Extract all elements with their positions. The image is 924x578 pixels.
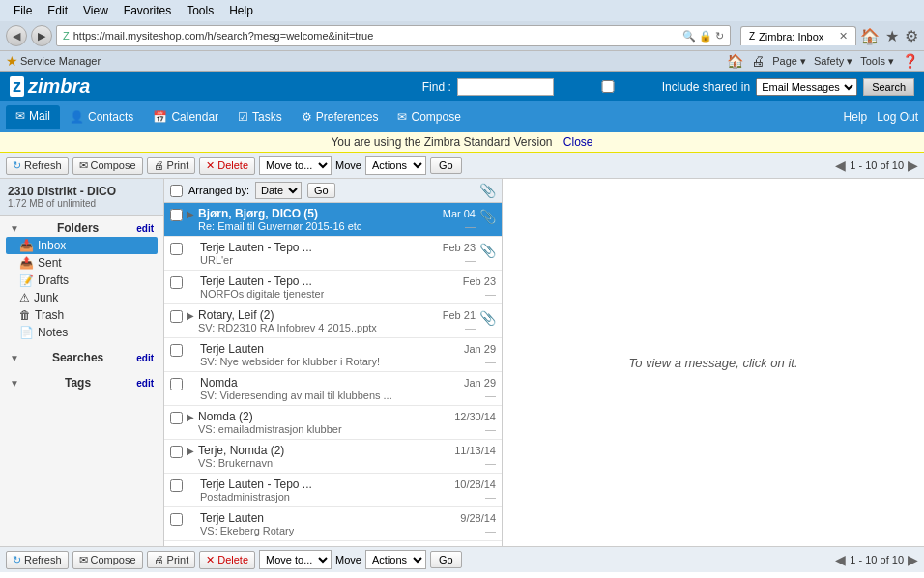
message-dash-3: — xyxy=(465,322,476,333)
browser-tab-zimbra[interactable]: Z Zimbra: Inbox ✕ xyxy=(740,26,856,45)
folders-edit-link[interactable]: edit xyxy=(136,223,154,234)
sidebar-item-sent[interactable]: 📤 Sent xyxy=(6,254,158,272)
tab-close-button[interactable]: ✕ xyxy=(839,30,848,43)
menu-tools[interactable]: Tools xyxy=(181,2,219,19)
nav-compose-label: Compose xyxy=(411,110,460,124)
folders-header[interactable]: ▼ Folders edit xyxy=(6,219,158,237)
bottom-prev-page-arrow[interactable]: ◀ xyxy=(835,552,846,567)
address-icon: Z xyxy=(63,30,70,42)
menu-view[interactable]: View xyxy=(77,2,114,19)
ie-tools-icon[interactable]: 🖨 xyxy=(751,53,765,69)
nav-logout-link[interactable]: Log Out xyxy=(877,110,918,124)
message-checkbox-1[interactable] xyxy=(170,243,183,255)
ie-toolbar-icons: 🏠 ★ ⚙ xyxy=(860,27,918,45)
browser-chrome: File Edit View Favorites Tools Help ◀ ▶ … xyxy=(0,0,924,72)
print-button[interactable]: 🖨 Print xyxy=(147,157,196,174)
message-content-1: Terje Lauten - Tepo ...Feb 23URL'er— xyxy=(200,241,476,266)
star-icon[interactable]: ★ xyxy=(885,27,899,45)
prev-page-arrow[interactable]: ◀ xyxy=(835,158,846,173)
thread-icon-3: ▶ xyxy=(187,310,194,321)
next-page-arrow[interactable]: ▶ xyxy=(908,158,918,173)
message-row-5[interactable]: NomdaJan 29SV: Videresending av mail til… xyxy=(164,372,502,406)
menu-file[interactable]: File xyxy=(8,2,38,19)
moveto-select[interactable]: Move to... xyxy=(259,156,332,175)
go-button[interactable]: Go xyxy=(430,157,462,174)
bottom-next-page-arrow[interactable]: ▶ xyxy=(908,552,918,567)
bottom-go-button[interactable]: Go xyxy=(430,551,462,568)
message-row-2[interactable]: Terje Lauten - Tepo ...Feb 23NORFOs digi… xyxy=(164,271,502,304)
preferences-icon: ⚙ xyxy=(302,110,312,124)
tools-btn[interactable]: Tools ▾ xyxy=(860,55,894,68)
attach-icon-1: 📎 xyxy=(479,243,496,258)
include-shared-checkbox[interactable] xyxy=(560,80,656,93)
message-row-1[interactable]: Terje Lauten - Tepo ...Feb 23URL'er—📎 xyxy=(164,237,502,271)
search-button[interactable]: Search xyxy=(863,78,914,96)
message-checkbox-2[interactable] xyxy=(170,276,183,289)
tags-header[interactable]: ▼ Tags edit xyxy=(6,374,158,391)
sort-select[interactable]: Date xyxy=(255,182,302,199)
delete-button[interactable]: ✕ Delete xyxy=(199,157,255,175)
find-input[interactable] xyxy=(457,78,554,96)
message-checkbox-5[interactable] xyxy=(170,378,183,390)
sidebar-item-inbox[interactable]: 📥 Inbox xyxy=(6,237,158,254)
message-checkbox-7[interactable] xyxy=(170,446,183,458)
message-dash-9: — xyxy=(485,525,496,536)
address-bar[interactable]: Z https://mail.mysiteshop.com/h/search?m… xyxy=(56,25,731,46)
select-all-checkbox[interactable] xyxy=(170,185,183,197)
safety-btn[interactable]: Safety ▾ xyxy=(814,55,852,68)
nav-help-link[interactable]: Help xyxy=(844,110,868,124)
ie-home-icon[interactable]: 🏠 xyxy=(727,53,743,69)
bottom-print-button[interactable]: 🖨 Print xyxy=(147,551,196,568)
nav-item-tasks[interactable]: ☑ Tasks xyxy=(228,106,292,128)
menu-help[interactable]: Help xyxy=(223,2,259,19)
gear-icon[interactable]: ⚙ xyxy=(905,27,918,45)
refresh-button[interactable]: ↻ Refresh xyxy=(6,157,69,175)
home-icon[interactable]: 🏠 xyxy=(860,27,880,45)
message-checkbox-0[interactable] xyxy=(170,209,183,221)
nav-item-contacts[interactable]: 👤 Contacts xyxy=(60,106,143,128)
message-row-8[interactable]: Terje Lauten - Tepo ...10/28/14Postadmin… xyxy=(164,474,502,507)
message-row-3[interactable]: ▶Rotary, Leif (2)Feb 21SV: RD2310 RA Inf… xyxy=(164,304,502,338)
nav-item-mail[interactable]: ✉ Mail xyxy=(6,105,60,129)
searches-edit-link[interactable]: edit xyxy=(136,353,154,363)
bottom-actions-select[interactable]: Actions xyxy=(365,550,426,569)
sidebar-folders-section: ▼ Folders edit 📥 Inbox 📤 Sent 📝 Drafts xyxy=(0,216,163,345)
notice-close-link[interactable]: Close xyxy=(563,135,593,149)
help-icon[interactable]: ❓ xyxy=(902,53,918,69)
menu-favorites[interactable]: Favorites xyxy=(118,2,177,19)
forward-button[interactable]: ▶ xyxy=(31,25,52,46)
message-checkbox-3[interactable] xyxy=(170,310,183,323)
nav-item-compose[interactable]: ✉ Compose xyxy=(388,106,470,128)
sidebar-item-junk[interactable]: ⚠ Junk xyxy=(6,289,158,306)
message-checkbox-6[interactable] xyxy=(170,412,183,424)
message-row-4[interactable]: Terje LautenJan 29SV: Nye websider for k… xyxy=(164,338,502,372)
bottom-compose-button[interactable]: ✉ Compose xyxy=(72,551,143,569)
tags-edit-link[interactable]: edit xyxy=(136,378,154,389)
nav-item-preferences[interactable]: ⚙ Preferences xyxy=(292,106,389,128)
message-checkbox-9[interactable] xyxy=(170,513,183,526)
message-checkbox-8[interactable] xyxy=(170,479,183,492)
back-button[interactable]: ◀ xyxy=(6,25,27,46)
message-row-7[interactable]: ▶Terje, Nomda (2)11/13/14VS: Brukernavn— xyxy=(164,440,502,474)
searches-header[interactable]: ▼ Searches edit xyxy=(6,349,158,366)
message-row-9[interactable]: Terje Lauten9/28/14VS: Ekeberg Rotary— xyxy=(164,507,502,541)
bottom-delete-button[interactable]: ✕ Delete xyxy=(199,551,255,569)
message-row-6[interactable]: ▶Nomda (2)12/30/14VS: emailadmistrasjon … xyxy=(164,406,502,440)
nav-item-calendar[interactable]: 📅 Calendar xyxy=(143,106,228,128)
sidebar-item-trash[interactable]: 🗑 Trash xyxy=(6,306,158,324)
message-date-1: Feb 23 xyxy=(443,242,476,253)
page-btn[interactable]: Page ▾ xyxy=(772,55,806,68)
find-type-select[interactable]: Email Messages xyxy=(756,78,857,96)
message-content-2: Terje Lauten - Tepo ...Feb 23NORFOs digi… xyxy=(200,275,496,300)
sidebar-item-drafts[interactable]: 📝 Drafts xyxy=(6,272,158,289)
actions-select[interactable]: Actions xyxy=(365,156,426,175)
bottom-moveto-select[interactable]: Move to... xyxy=(259,550,332,569)
message-row-0[interactable]: ▶Bjørn, Bjørg, DICO (5)Mar 04Re: Email t… xyxy=(164,203,502,237)
compose-button[interactable]: ✉ Compose xyxy=(72,157,143,175)
list-go-button[interactable]: Go xyxy=(307,183,335,198)
nav-contacts-label: Contacts xyxy=(88,110,133,124)
bottom-refresh-button[interactable]: ↻ Refresh xyxy=(6,551,69,569)
sidebar-item-notes[interactable]: 📄 Notes xyxy=(6,324,158,341)
message-checkbox-4[interactable] xyxy=(170,344,183,357)
menu-edit[interactable]: Edit xyxy=(42,2,73,19)
